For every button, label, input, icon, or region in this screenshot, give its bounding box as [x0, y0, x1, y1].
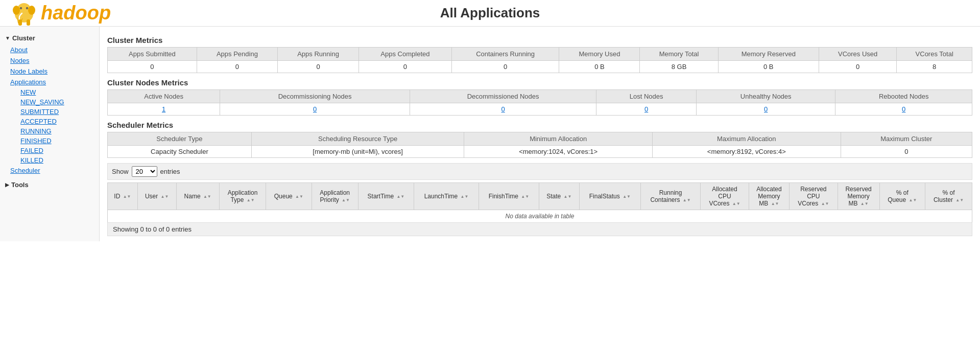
sort-name: ▲▼	[203, 195, 211, 199]
val-lost-nodes[interactable]: 0	[596, 103, 697, 116]
col-rebooted-nodes: Rebooted Nodes	[835, 90, 972, 103]
val-vcores-total: 8	[897, 61, 972, 73]
col-decommissioning-nodes: Decommissioning Nodes	[220, 90, 410, 103]
sort-app-type: ▲▼	[247, 198, 255, 202]
val-memory-reserved: 0 B	[718, 61, 819, 73]
col-vcores-total: VCores Total	[897, 48, 972, 61]
col-reserved-cpu[interactable]: ReservedCPUVCores ▲▼	[790, 183, 838, 210]
cluster-arrow: ▼	[5, 35, 10, 41]
tools-arrow: ▶	[5, 182, 9, 188]
col-name[interactable]: Name ▲▼	[176, 183, 219, 210]
sort-priority: ▲▼	[342, 198, 350, 202]
col-allocated-cpu[interactable]: AllocatedCPUVCores ▲▼	[701, 183, 749, 210]
svg-rect-9	[18, 19, 22, 26]
val-rebooted-nodes[interactable]: 0	[835, 103, 972, 116]
sort-queue: ▲▼	[295, 195, 303, 199]
showing-entries-text: Showing 0 to 0 of 0 entries	[113, 225, 192, 233]
col-user[interactable]: User ▲▼	[137, 183, 176, 210]
entries-select[interactable]: 10 20 25 50 100	[132, 166, 157, 177]
col-pct-queue[interactable]: % ofQueue ▲▼	[879, 183, 925, 210]
svg-point-4	[28, 6, 35, 15]
col-minimum-allocation: Minimum Allocation	[464, 132, 653, 146]
col-apps-running: Apps Running	[277, 48, 358, 61]
col-scheduling-resource-type: Scheduling Resource Type	[251, 132, 464, 146]
val-decommissioned-nodes[interactable]: 0	[410, 103, 596, 116]
svg-point-3	[13, 6, 20, 15]
sidebar-item-finished[interactable]: FINISHED	[15, 136, 99, 146]
applications-table: ID ▲▼ User ▲▼ Name ▲▼ ApplicationType ▲▼…	[107, 182, 972, 223]
logo-area: hadoop	[10, 0, 111, 27]
val-apps-submitted: 0	[108, 61, 197, 73]
sidebar-item-running[interactable]: RUNNING	[15, 126, 99, 136]
val-scheduler-type: Capacity Scheduler	[108, 146, 252, 158]
val-vcores-used: 0	[819, 61, 896, 73]
sort-reserved-memory: ▲▼	[861, 202, 869, 206]
col-final-status[interactable]: FinalStatus ▲▼	[579, 183, 640, 210]
col-memory-reserved: Memory Reserved	[718, 48, 819, 61]
nodes-header-row: Active Nodes Decommissioning Nodes Decom…	[108, 90, 972, 103]
sidebar-item-accepted[interactable]: ACCEPTED	[15, 117, 99, 126]
val-memory-used: 0 B	[559, 61, 640, 73]
entries-label: entries	[160, 168, 180, 175]
table-footer: Showing 0 to 0 of 0 entries	[107, 222, 972, 236]
scheduler-metrics-title: Scheduler Metrics	[107, 121, 972, 129]
app-state-links: NEW NEW_SAVING SUBMITTED ACCEPTED RUNNIN…	[0, 87, 99, 165]
col-vcores-used: VCores Used	[819, 48, 896, 61]
sidebar-item-new[interactable]: NEW	[15, 87, 99, 97]
sidebar-item-applications[interactable]: Applications	[0, 77, 99, 87]
col-allocated-memory[interactable]: AllocatedMemoryMB ▲▼	[749, 183, 789, 210]
col-pct-cluster[interactable]: % ofCluster ▲▼	[925, 183, 972, 210]
col-apps-submitted: Apps Submitted	[108, 48, 197, 61]
val-decommissioning-nodes[interactable]: 0	[220, 103, 410, 116]
sidebar-item-nodes[interactable]: Nodes	[0, 55, 99, 66]
scheduler-values-row: Capacity Scheduler [memory-mb (unit=Mi),…	[108, 146, 972, 158]
sidebar-item-failed[interactable]: FAILED	[15, 146, 99, 155]
col-apps-pending: Apps Pending	[197, 48, 277, 61]
sidebar-item-submitted[interactable]: SUBMITTED	[15, 107, 99, 117]
sort-start: ▲▼	[396, 195, 404, 199]
col-decommissioned-nodes: Decommissioned Nodes	[410, 90, 596, 103]
col-state[interactable]: State ▲▼	[539, 183, 579, 210]
val-maximum-cluster: 0	[841, 146, 972, 158]
page-header: hadoop All Applications	[0, 0, 980, 27]
col-containers-running: Containers Running	[451, 48, 559, 61]
col-application-type[interactable]: ApplicationType ▲▼	[219, 183, 266, 210]
col-queue[interactable]: Queue ▲▼	[266, 183, 312, 210]
sidebar-item-about[interactable]: About	[0, 44, 99, 55]
col-lost-nodes: Lost Nodes	[596, 90, 697, 103]
no-data-row: No data available in table	[108, 210, 972, 223]
sort-memory: ▲▼	[771, 202, 779, 206]
col-launch-time[interactable]: LaunchTime ▲▼	[414, 183, 479, 210]
col-running-containers[interactable]: RunningContainers ▲▼	[640, 183, 700, 210]
elephant-icon	[10, 0, 38, 27]
col-id[interactable]: ID ▲▼	[108, 183, 138, 210]
cluster-section-header[interactable]: ▼ Cluster	[0, 32, 99, 44]
cluster-links: About Nodes Node Labels Applications NEW…	[0, 44, 99, 176]
col-memory-used: Memory Used	[559, 48, 640, 61]
sort-pct-queue: ▲▼	[909, 198, 917, 202]
col-maximum-cluster: Maximum Cluster	[841, 132, 972, 146]
cluster-nodes-table: Active Nodes Decommissioning Nodes Decom…	[107, 89, 972, 116]
sort-reserved-cpu: ▲▼	[821, 202, 829, 206]
val-maximum-allocation: <memory:8192, vCores:4>	[652, 146, 841, 158]
sidebar-item-new-saving[interactable]: NEW_SAVING	[15, 97, 99, 107]
sidebar-item-scheduler[interactable]: Scheduler	[0, 165, 99, 176]
sidebar-item-node-labels[interactable]: Node Labels	[0, 66, 99, 77]
cluster-metrics-values-row: 0 0 0 0 0 0 B 8 GB 0 B 0 8	[108, 61, 972, 73]
col-maximum-allocation: Maximum Allocation	[652, 132, 841, 146]
col-reserved-memory[interactable]: ReservedMemoryMB ▲▼	[838, 183, 879, 210]
col-start-time[interactable]: StartTime ▲▼	[358, 183, 414, 210]
val-unhealthy-nodes[interactable]: 0	[697, 103, 835, 116]
tools-section-header[interactable]: ▶ Tools	[0, 178, 99, 191]
col-application-priority[interactable]: ApplicationPriority ▲▼	[312, 183, 358, 210]
sidebar-item-killed[interactable]: KILLED	[15, 155, 99, 165]
val-minimum-allocation: <memory:1024, vCores:1>	[464, 146, 653, 158]
val-active-nodes[interactable]: 1	[108, 103, 220, 116]
content-area: Cluster Metrics Apps Submitted Apps Pend…	[100, 27, 980, 241]
sort-finish: ▲▼	[521, 195, 529, 199]
sort-state: ▲▼	[564, 195, 572, 199]
col-unhealthy-nodes: Unhealthy Nodes	[697, 90, 835, 103]
val-memory-total: 8 GB	[640, 61, 718, 73]
col-finish-time[interactable]: FinishTime ▲▼	[479, 183, 539, 210]
col-active-nodes: Active Nodes	[108, 90, 220, 103]
